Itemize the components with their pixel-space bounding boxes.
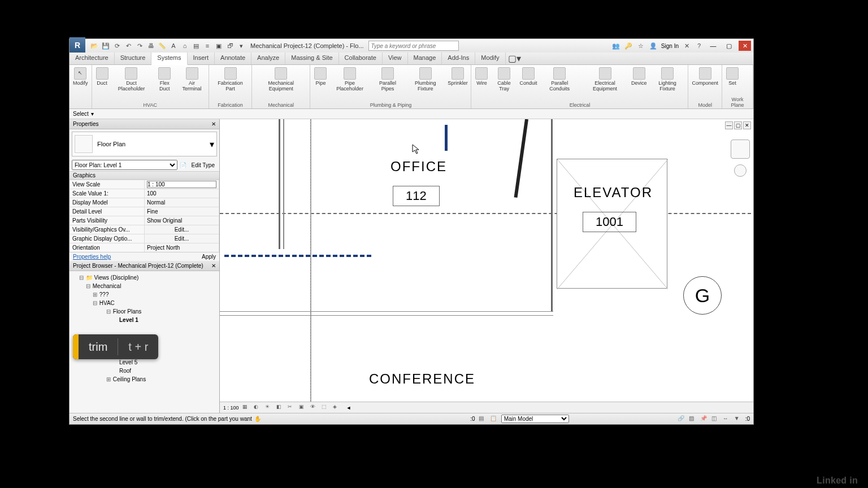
tab-extra-icon[interactable]: ▢▾ [510, 54, 519, 63]
tree-item[interactable]: ⊞ ??? [72, 290, 217, 299]
main-model-select[interactable]: Main Model [501, 415, 569, 423]
dropdown-icon[interactable]: ▾ [237, 41, 246, 50]
undo-icon[interactable]: ↶ [124, 41, 133, 50]
view-scale[interactable]: 1 : 100 [223, 405, 239, 411]
reveal-icon[interactable]: ◈ [333, 404, 341, 412]
tab-collaborate[interactable]: Collaborate [339, 53, 383, 64]
table-row[interactable]: Display ModelNormal [70, 198, 219, 207]
expand-icon[interactable]: ⊞ [92, 290, 98, 299]
maximize-button[interactable]: ▢ [723, 41, 735, 51]
panel-title-elec[interactable]: Electrical [474, 102, 685, 108]
tree-item[interactable]: ⊟ Mechanical [72, 282, 217, 290]
chevron-down-icon[interactable]: ▾ [210, 139, 214, 150]
type-selector[interactable]: Floor Plan ▾ [72, 132, 217, 156]
tree-item[interactable]: ⊞ Ceiling Plans [72, 375, 217, 384]
panel-title-model[interactable]: Model [691, 102, 719, 108]
close-views-icon[interactable]: ▣ [214, 41, 223, 50]
apply-button[interactable]: Apply [202, 254, 216, 260]
print-icon[interactable]: 🖶 [146, 41, 155, 50]
edit-type-icon[interactable]: 📄 [180, 162, 186, 168]
duct-button[interactable]: Duct [94, 66, 110, 102]
tree-item[interactable]: ⊟ Floor Plans [72, 307, 217, 316]
conduit-button[interactable]: Conduit [519, 66, 539, 102]
properties-close-icon[interactable]: ✕ [211, 121, 216, 127]
tab-annotate[interactable]: Annotate [215, 53, 251, 64]
select-pinned-icon[interactable]: 📌 [700, 415, 708, 423]
sun-path-icon[interactable]: ☀ [265, 404, 273, 412]
grid-bubble[interactable]: G [683, 276, 722, 315]
project-browser[interactable]: ⊟ 📁 Views (Discipline) ⊟ Mechanical ⊞ ??… [70, 271, 219, 413]
minimize-view-icon[interactable]: — [725, 121, 733, 129]
tab-add-ins[interactable]: Add-Ins [442, 53, 475, 64]
collapse-icon[interactable]: ⊟ [106, 307, 111, 316]
tree-item-active[interactable]: Level 1 [72, 316, 217, 324]
collapse-icon[interactable]: ⊟ [92, 299, 98, 307]
parallel-conduits-button[interactable]: Parallel Conduits [539, 66, 579, 102]
shadows-icon[interactable]: ◧ [276, 404, 284, 412]
panel-title-plumb[interactable]: Plumbing & Piping [313, 102, 468, 108]
instance-select[interactable]: Floor Plan: Level 1 [72, 160, 177, 170]
nav-cube[interactable] [731, 140, 750, 159]
lighting-fixture-button[interactable]: Lighting Fixture [649, 66, 685, 102]
exchange-icon[interactable]: ✕ [682, 41, 691, 50]
panel-title-mech[interactable]: Mechanical [254, 102, 307, 108]
duct-placeholder-button[interactable]: Duct Placeholder [111, 66, 152, 102]
favorite-icon[interactable]: ☆ [636, 41, 645, 50]
modify-tool[interactable]: ↖Modify [72, 66, 89, 102]
design-options-icon[interactable]: 📋 [490, 415, 498, 423]
expand-icon[interactable]: ⊞ [106, 375, 111, 384]
properties-help-link[interactable]: Properties help [73, 254, 111, 260]
set-button[interactable]: Set [724, 66, 740, 96]
tab-architecture[interactable]: Architecture [70, 53, 115, 64]
view-scale-input[interactable] [147, 181, 216, 188]
panel-title-wp[interactable]: Work Plane [724, 96, 750, 108]
redo-icon[interactable]: ↷ [135, 41, 144, 50]
tree-item[interactable]: Roof [72, 367, 217, 375]
prop-group-graphics[interactable]: Graphics [70, 171, 219, 180]
steering-wheel-icon[interactable] [734, 164, 747, 177]
tab-view[interactable]: View [383, 53, 408, 64]
switch-icon[interactable]: 🗗 [225, 41, 235, 50]
thin-lines-icon[interactable]: ≡ [203, 41, 212, 50]
editable-only-icon[interactable]: ▤ [479, 415, 487, 423]
tab-analyze[interactable]: Analyze [251, 53, 285, 64]
browser-close-icon[interactable]: ✕ [211, 263, 216, 269]
subscription-icon[interactable]: 👥 [611, 41, 620, 50]
wire-button[interactable]: Wire [474, 66, 489, 102]
chevron-down-icon[interactable]: ▾ [91, 111, 94, 117]
edit-button[interactable]: Edit... [145, 234, 219, 243]
drag-icon[interactable]: ↔ [723, 415, 731, 423]
filter-icon[interactable]: ▼ [734, 415, 742, 423]
select-face-icon[interactable]: ◫ [711, 415, 719, 423]
pipe-button[interactable]: Pipe [313, 66, 328, 102]
sync-icon[interactable]: ⟳ [112, 41, 121, 50]
select-link-icon[interactable]: 🔗 [678, 415, 685, 423]
measure-icon[interactable]: 📏 [158, 41, 167, 50]
help-icon[interactable]: ? [695, 41, 704, 50]
tree-item[interactable]: ⊟ HVAC [72, 299, 217, 307]
temp-hide-icon[interactable]: ⬚ [322, 404, 329, 412]
device-button[interactable]: Device [630, 66, 648, 102]
table-row[interactable]: Parts VisibilityShow Original [70, 216, 219, 225]
panel-title-hvac[interactable]: HVAC [94, 102, 206, 108]
minimize-button[interactable]: — [707, 41, 719, 51]
crop-visible-icon[interactable]: ▣ [299, 404, 307, 412]
tab-insert[interactable]: Insert [188, 53, 215, 64]
drawing-canvas[interactable]: — ▢ ✕ OFFICE 112 [220, 119, 753, 402]
selected-wall-segment[interactable] [445, 125, 448, 151]
search-input[interactable] [368, 41, 459, 51]
workset-indicator[interactable]: :0 [470, 416, 475, 422]
flex-duct-button[interactable]: Flex Duct [153, 66, 176, 102]
scroll-left-icon[interactable]: ◄ [346, 405, 351, 411]
table-row[interactable]: Graphic Display Optio...Edit... [70, 234, 219, 243]
cable-tray-button[interactable]: Cable Tray [491, 66, 517, 102]
pipe-placeholder-button[interactable]: Pipe Placeholder [329, 66, 370, 102]
elec-equipment-button[interactable]: Electrical Equipment [581, 66, 629, 102]
tree-item[interactable]: Level 5 [72, 358, 217, 367]
section-icon[interactable]: ▤ [192, 41, 201, 50]
tab-systems[interactable]: Systems [151, 53, 187, 65]
3d-icon[interactable]: ⌂ [180, 41, 189, 50]
panel-title-fab[interactable]: Fabrication [211, 102, 249, 108]
table-row[interactable]: OrientationProject North [70, 243, 219, 252]
parallel-pipes-button[interactable]: Parallel Pipes [371, 66, 405, 102]
